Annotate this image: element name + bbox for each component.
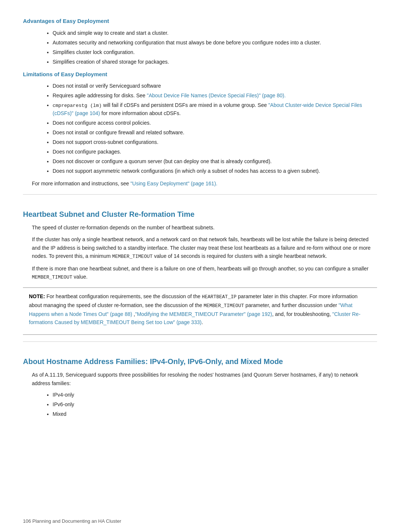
- heartbeat-para2: If the cluster has only a single heartbe…: [23, 235, 377, 261]
- modifying-timeout-link[interactable]: "Modifying the MEMBER_TIMEOUT Parameter"…: [135, 311, 272, 317]
- list-item: Does not install or verify Serviceguard …: [53, 82, 377, 90]
- list-item: Does not configure access control polici…: [53, 119, 377, 127]
- note-label: NOTE:: [29, 293, 45, 299]
- note-text3: parameter, and further discussion under: [244, 302, 339, 308]
- list-item: Simplifies cluster lock configuration.: [53, 48, 377, 56]
- footer: 106 Planning and Documenting an HA Clust…: [23, 518, 121, 525]
- list-item: IPv4-only: [53, 391, 377, 399]
- list-item: Does not discover or configure a quorum …: [53, 158, 377, 165]
- list-item: Does not install or configure firewall a…: [53, 129, 377, 137]
- note-text1: For heartbeat configuration requirements…: [45, 293, 202, 299]
- list-item: Does not configure packages.: [53, 148, 377, 156]
- page: Advantages of Easy Deployment Quick and …: [0, 0, 400, 532]
- list-item: cmpreparestg (lm) will fail if cDSFs and…: [53, 101, 377, 117]
- heartbeat-para3-text: If there is more than one heartbeat subn…: [32, 266, 369, 272]
- section-divider2: [23, 341, 377, 342]
- list-item: Does not support asymmetric network conf…: [53, 167, 377, 175]
- heartbeat-para1: The speed of cluster re-formation depend…: [23, 223, 377, 232]
- note-text4: ,: [132, 311, 135, 317]
- note-box: NOTE: For heartbeat configuration requir…: [23, 287, 377, 335]
- note-content: NOTE: For heartbeat configuration requir…: [29, 292, 371, 326]
- limitations-list: Does not install or verify Serviceguard …: [23, 82, 377, 175]
- member-timeout-code1: MEMBER_TIMEOUT: [112, 254, 153, 259]
- device-file-link[interactable]: "About Device File Names (Device Special…: [147, 92, 286, 98]
- note-text6: .: [201, 319, 203, 325]
- heartbeat-para3: If there is more than one heartbeat subn…: [23, 265, 377, 282]
- hostname-list: IPv4-only IPv6-only Mixed: [23, 391, 377, 418]
- list-item: Automates security and networking config…: [53, 39, 377, 47]
- list-item: Quick and simple way to create and start…: [53, 29, 377, 37]
- limitations-heading: Limitations of Easy Deployment: [23, 70, 377, 79]
- list-item: Simplifies creation of shared storage fo…: [53, 58, 377, 66]
- note-text5: , and, for troubleshooting,: [272, 311, 333, 317]
- hostname-para1: As of A.11.19, Serviceguard supports thr…: [23, 371, 377, 387]
- heartbeat-ip-code: HEARTBEAT_IP: [202, 294, 237, 300]
- list-item: Does not support cross-subnet configurat…: [53, 138, 377, 146]
- list-item: Mixed: [53, 410, 377, 418]
- list-item: IPv6-only: [53, 401, 377, 408]
- member-timeout-code2: MEMBER_TIMEOUT: [32, 275, 72, 280]
- advantages-heading: Advantages of Easy Deployment: [23, 17, 377, 26]
- more-info-text: For more information and instructions, s…: [32, 181, 130, 186]
- advantages-list: Quick and simple way to create and start…: [23, 29, 377, 66]
- cmpreparestg-code: cmpreparestg (lm): [53, 103, 102, 108]
- more-info-para: For more information and instructions, s…: [23, 179, 377, 188]
- member-timeout-code3: MEMBER_TIMEOUT: [204, 303, 244, 309]
- using-easy-deployment-link[interactable]: "Using Easy Deployment" (page 161).: [130, 181, 217, 186]
- hostname-heading: About Hostname Address Families: IPv4-On…: [23, 352, 377, 367]
- heartbeat-para2b: value of 14 seconds is required for clus…: [153, 253, 327, 259]
- heartbeat-para3b: value.: [72, 274, 87, 280]
- list-item: Requires agile addressing for disks. See…: [53, 92, 377, 100]
- heartbeat-heading: Heartbeat Subnet and Cluster Re-formatio…: [23, 205, 377, 220]
- section-divider: [23, 194, 377, 195]
